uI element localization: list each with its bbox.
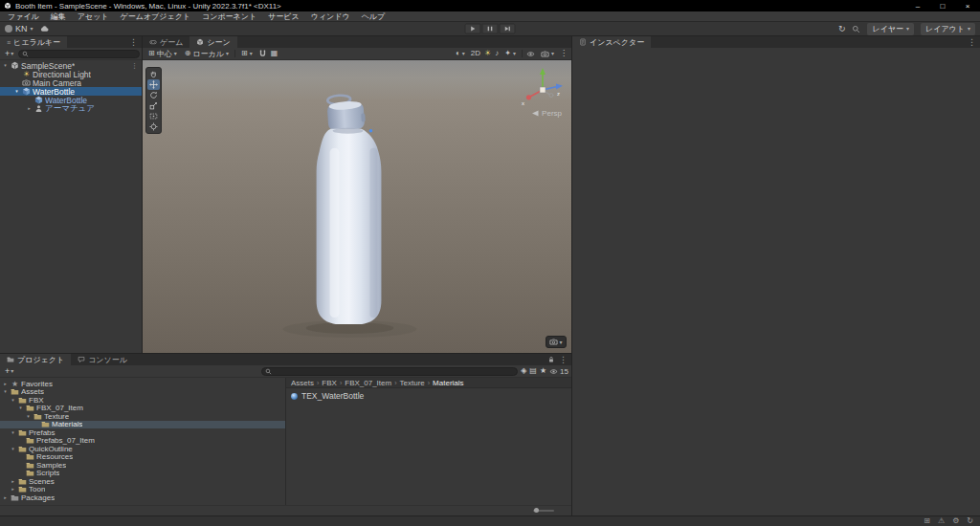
panel-menu-icon[interactable]: ⋮ <box>559 355 568 364</box>
project-row-prefabs-07-item[interactable]: Prefabs_07_Item <box>0 437 285 446</box>
pause-button[interactable] <box>482 24 499 34</box>
pivot-mode-button[interactable]: ⊞ 中心 ▾ <box>146 49 179 59</box>
breadcrumb-item-current[interactable]: Materials <box>433 379 463 387</box>
projection-toggle[interactable]: Persp <box>532 109 562 118</box>
hierarchy-search-input[interactable] <box>31 50 136 57</box>
expander-icon[interactable]: ▾ <box>2 63 9 68</box>
status-activity-icon[interactable]: ↻ <box>967 517 973 525</box>
tab-game[interactable]: ゲーム <box>143 36 189 48</box>
asset-item-tex-waterbottle[interactable]: TEX_WaterBottle <box>290 391 568 401</box>
menu-component[interactable]: コンポーネント <box>196 11 262 21</box>
hierarchy-row-armature[interactable]: ▸ アーマチュア <box>0 104 142 113</box>
scene-camera-overlay-button[interactable]: ▾ <box>546 336 567 348</box>
minimize-button[interactable]: – <box>905 0 930 11</box>
shading-mode-button[interactable]: ◐ ▾ <box>454 50 467 57</box>
project-row-materials[interactable]: Materials <box>0 421 285 429</box>
expander-icon[interactable]: ▾ <box>13 89 20 94</box>
menu-assets[interactable]: アセット <box>72 11 115 21</box>
tab-inspector[interactable]: インスペクター <box>572 36 651 48</box>
scene-audio-toggle[interactable]: ♪ <box>495 50 499 57</box>
breadcrumb-item[interactable]: FBX_07_Item <box>345 379 391 387</box>
expander-icon[interactable]: ▾ <box>2 389 9 394</box>
expander-icon[interactable]: ▾ <box>10 398 16 403</box>
project-row-packages[interactable]: ▸ Packages <box>0 493 285 502</box>
menu-services[interactable]: サービス <box>262 11 305 21</box>
tab-project[interactable]: プロジェクト <box>0 354 71 365</box>
tab-scene[interactable]: シーン <box>189 36 236 48</box>
project-search-field[interactable] <box>261 367 518 376</box>
waterbottle-model[interactable] <box>143 60 571 353</box>
favorites-filter-icon[interactable]: ★ <box>540 367 546 375</box>
tab-console[interactable]: コンソール <box>71 354 134 365</box>
scene-lighting-toggle[interactable]: ☀ <box>484 50 491 57</box>
scene-menu-icon[interactable]: ⋮ <box>560 50 568 57</box>
scale-tool[interactable] <box>147 100 160 111</box>
step-button[interactable] <box>500 24 516 34</box>
move-tool[interactable] <box>147 79 160 90</box>
breadcrumb-item[interactable]: Texture <box>400 379 425 387</box>
menu-help[interactable]: ヘルプ <box>356 11 391 21</box>
undo-history-icon[interactable]: ↻ <box>838 25 846 33</box>
snap-increment-icon[interactable]: ▦ <box>271 50 278 57</box>
slider-knob[interactable] <box>534 508 539 513</box>
search-icon[interactable] <box>852 25 860 33</box>
cloud-services-button[interactable] <box>39 25 50 33</box>
rotate-tool[interactable] <box>147 90 160 100</box>
orientation-mode-button[interactable]: ⊕ ローカル ▾ <box>183 49 231 59</box>
search-by-label-icon[interactable]: ▤ <box>529 367 537 375</box>
view-hand-tool[interactable] <box>147 69 160 79</box>
play-button[interactable] <box>465 24 481 34</box>
expander-icon[interactable]: ▸ <box>10 487 16 492</box>
status-gear-icon[interactable]: ⚙ <box>952 517 959 525</box>
expander-icon[interactable]: ▸ <box>2 495 9 500</box>
menu-window[interactable]: ウィンドウ <box>305 11 356 21</box>
project-row-samples[interactable]: Samples <box>0 461 285 470</box>
scene-camera-button[interactable]: ▾ <box>539 50 556 58</box>
account-dropdown[interactable]: KN ▾ <box>5 24 33 33</box>
lock-icon[interactable] <box>547 356 555 363</box>
project-search-input[interactable] <box>274 367 514 375</box>
transform-tool[interactable] <box>147 121 160 132</box>
close-button[interactable]: × <box>955 0 980 11</box>
scene-visibility-toggle[interactable] <box>526 50 535 58</box>
project-row-scenes[interactable]: ▸ Scenes <box>0 477 285 486</box>
project-row-fbx-07-item[interactable]: ▾ FBX_07_Item <box>0 405 285 413</box>
breadcrumb-item[interactable]: Assets <box>291 379 314 387</box>
grid-visibility-button[interactable]: ⊞ ▾ <box>239 50 255 57</box>
icon-size-slider[interactable] <box>533 510 554 512</box>
expander-icon[interactable]: ▾ <box>10 430 16 435</box>
effects-button[interactable]: ✦ ▾ <box>502 50 518 57</box>
project-row-texture[interactable]: ▾ Texture <box>0 412 285 421</box>
project-row-resources[interactable]: Resources <box>0 453 285 462</box>
tab-hierarchy[interactable]: ≡ ヒエラルキー <box>0 36 67 48</box>
panel-menu-icon[interactable]: ⋮ <box>968 37 976 47</box>
maximize-button[interactable]: □ <box>930 0 955 11</box>
snap-magnet-icon[interactable] <box>258 50 267 58</box>
2d-mode-toggle[interactable]: 2D <box>471 50 480 57</box>
expander-icon[interactable]: ▸ <box>2 382 9 386</box>
hidden-packages-toggle[interactable]: 15 <box>549 367 568 376</box>
project-row-toon[interactable]: ▸ Toon <box>0 486 285 494</box>
menu-gameobject[interactable]: ゲームオブジェクト <box>115 11 197 21</box>
expander-icon[interactable]: ▾ <box>25 414 32 419</box>
scene-viewport[interactable]: x z Persp ▾ <box>143 60 571 353</box>
project-row-fbx[interactable]: ▾ FBX <box>0 396 285 405</box>
status-grid-icon[interactable]: ⊞ <box>924 517 930 525</box>
panel-menu-icon[interactable]: ⋮ <box>129 37 138 47</box>
menu-file[interactable]: ファイル <box>2 11 45 21</box>
expander-icon[interactable]: ▾ <box>10 447 16 451</box>
add-asset-button[interactable]: + ▾ <box>3 366 15 376</box>
search-by-type-icon[interactable]: ◈ <box>521 367 526 375</box>
project-row-prefabs[interactable]: ▾ Prefabs <box>0 428 285 437</box>
scene-options-icon[interactable]: ⋮ <box>131 62 140 70</box>
expander-icon[interactable]: ▸ <box>10 479 16 484</box>
rect-tool[interactable] <box>147 111 160 121</box>
layout-dropdown[interactable]: レイアウト ▾ <box>921 23 975 35</box>
layers-dropdown[interactable]: レイヤー ▾ <box>867 23 914 35</box>
project-row-favorites[interactable]: ▸ ★ Favorites <box>0 380 285 388</box>
status-warning-icon[interactable]: ⚠ <box>938 517 945 525</box>
expander-icon[interactable]: ▸ <box>26 106 33 111</box>
scene-orientation-gizmo[interactable]: x z <box>520 64 564 108</box>
project-row-quickoutline[interactable]: ▾ QuickOutline <box>0 445 285 453</box>
expander-icon[interactable]: ▾ <box>17 405 24 410</box>
